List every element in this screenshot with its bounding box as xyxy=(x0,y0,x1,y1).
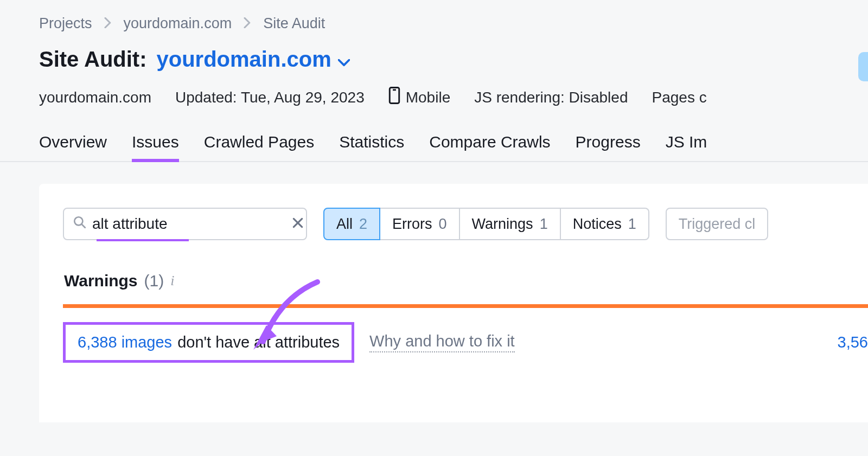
issue-row: 6,388 images don't have alt attributes W… xyxy=(63,322,868,363)
svg-line-3 xyxy=(81,224,85,228)
meta-domain: yourdomain.com xyxy=(39,89,151,106)
meta-pages: Pages c xyxy=(652,89,706,106)
meta-updated: Updated: Tue, Aug 29, 2023 xyxy=(175,89,365,106)
filter-all[interactable]: All 2 xyxy=(323,208,380,240)
issue-count-link: 6,388 images xyxy=(78,333,172,351)
search-input-wrapper xyxy=(63,208,307,240)
issue-text: don't have alt attributes xyxy=(177,333,340,351)
filter-group: All 2 Errors 0 Warnings 1 Notices 1 xyxy=(323,208,649,240)
page-title-domain: yourdomain.com xyxy=(157,47,331,72)
tab-overview[interactable]: Overview xyxy=(39,133,107,161)
chevron-right-icon xyxy=(104,15,112,32)
mobile-icon xyxy=(388,87,400,108)
page-title: Site Audit: yourdomain.com xyxy=(39,47,829,72)
filter-notices-count: 1 xyxy=(628,216,636,233)
tab-js-impact[interactable]: JS Im xyxy=(666,133,707,161)
filter-notices-label: Notices xyxy=(573,216,622,233)
section-count: (1) xyxy=(144,272,164,290)
triggered-checks-button[interactable]: Triggered cl xyxy=(666,208,769,240)
search-input[interactable] xyxy=(92,215,286,233)
section-heading: Warnings (1) i xyxy=(63,272,868,290)
filter-warnings-count: 1 xyxy=(540,216,548,233)
search-icon xyxy=(73,215,87,233)
filter-errors-label: Errors xyxy=(392,216,432,233)
svg-rect-1 xyxy=(393,89,396,91)
warnings-divider xyxy=(63,304,868,308)
filter-notices[interactable]: Notices 1 xyxy=(561,208,649,240)
meta-js: JS rendering: Disabled xyxy=(474,89,628,106)
tabs: Overview Issues Crawled Pages Statistics… xyxy=(0,133,868,162)
section-label: Warnings xyxy=(64,272,138,290)
issue-link[interactable]: 6,388 images don't have alt attributes xyxy=(63,322,354,363)
filter-all-count: 2 xyxy=(359,216,367,233)
breadcrumb-item-projects[interactable]: Projects xyxy=(39,15,92,32)
domain-switcher[interactable]: yourdomain.com xyxy=(157,47,350,72)
fix-link[interactable]: Why and how to fix it xyxy=(369,332,515,352)
clear-icon[interactable] xyxy=(292,216,304,233)
tab-crawled-pages[interactable]: Crawled Pages xyxy=(204,133,314,161)
tab-progress[interactable]: Progress xyxy=(576,133,641,161)
issue-row-value: 3,56 xyxy=(838,333,868,351)
meta-row: yourdomain.com Updated: Tue, Aug 29, 202… xyxy=(39,87,829,108)
meta-device-label: Mobile xyxy=(406,89,450,106)
rerun-button-edge[interactable] xyxy=(858,52,868,81)
chevron-right-icon xyxy=(244,15,251,32)
breadcrumb-item-siteaudit[interactable]: Site Audit xyxy=(263,15,325,32)
filter-warnings[interactable]: Warnings 1 xyxy=(460,208,561,240)
filter-errors-count: 0 xyxy=(439,216,447,233)
filter-warnings-label: Warnings xyxy=(472,216,533,233)
tab-issues[interactable]: Issues xyxy=(132,133,179,161)
breadcrumb: Projects yourdomain.com Site Audit xyxy=(39,15,829,32)
page-title-prefix: Site Audit: xyxy=(39,47,147,72)
meta-device: Mobile xyxy=(388,87,450,108)
breadcrumb-item-domain[interactable]: yourdomain.com xyxy=(124,15,232,32)
filter-all-label: All xyxy=(336,216,353,233)
tab-compare-crawls[interactable]: Compare Crawls xyxy=(429,133,550,161)
filter-errors[interactable]: Errors 0 xyxy=(380,208,460,240)
chevron-down-icon xyxy=(338,47,350,72)
info-icon[interactable]: i xyxy=(170,273,174,289)
issues-panel: All 2 Errors 0 Warnings 1 Notices 1 Trig… xyxy=(39,184,868,422)
tab-statistics[interactable]: Statistics xyxy=(339,133,404,161)
